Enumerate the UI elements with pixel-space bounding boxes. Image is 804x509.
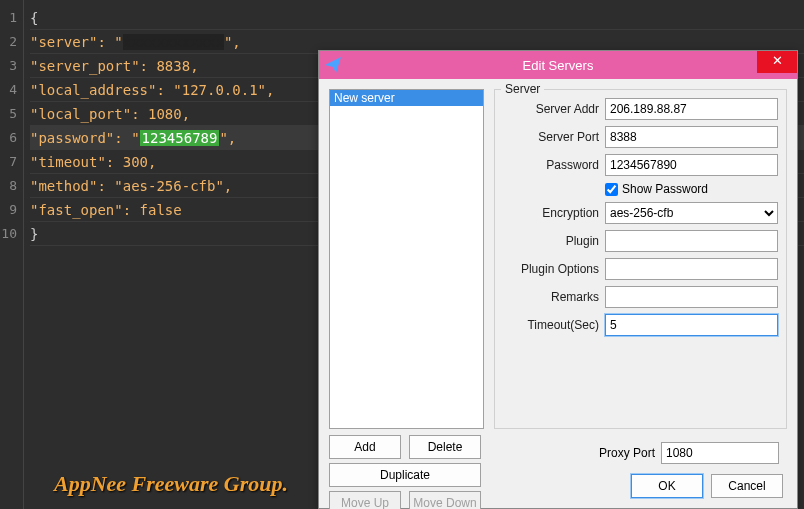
edit-servers-dialog: Edit Servers ✕ New server Server Server …: [318, 50, 798, 509]
code-line: {: [30, 6, 804, 30]
ok-button[interactable]: OK: [631, 474, 703, 498]
delete-button[interactable]: Delete: [409, 435, 481, 459]
duplicate-button[interactable]: Duplicate: [329, 463, 481, 487]
server-group-legend: Server: [501, 82, 544, 96]
cancel-button[interactable]: Cancel: [711, 474, 783, 498]
proxy-port-input[interactable]: [661, 442, 779, 464]
add-button[interactable]: Add: [329, 435, 401, 459]
server-addr-label: Server Addr: [503, 102, 599, 116]
move-up-button[interactable]: Move Up: [329, 491, 401, 509]
timeout-label: Timeout(Sec): [503, 318, 599, 332]
password-label: Password: [503, 158, 599, 172]
show-password-checkbox[interactable]: [605, 183, 618, 196]
server-port-label: Server Port: [503, 130, 599, 144]
encryption-label: Encryption: [503, 206, 599, 220]
proxy-port-label: Proxy Port: [599, 446, 655, 460]
close-icon: ✕: [772, 53, 783, 68]
server-list-item[interactable]: New server: [330, 90, 483, 106]
plugin-input[interactable]: [605, 230, 778, 252]
line-gutter: 1 2 3 4 5 6 7 8 9 10: [0, 0, 24, 509]
close-button[interactable]: ✕: [757, 51, 797, 73]
dialog-titlebar[interactable]: Edit Servers ✕: [319, 51, 797, 79]
move-down-button[interactable]: Move Down: [409, 491, 481, 509]
dialog-title: Edit Servers: [319, 58, 797, 73]
plugin-label: Plugin: [503, 234, 599, 248]
timeout-input[interactable]: [605, 314, 778, 336]
watermark-text: AppNee Freeware Group.: [54, 471, 288, 497]
plugin-options-label: Plugin Options: [503, 262, 599, 276]
server-listbox[interactable]: New server: [329, 89, 484, 429]
plugin-options-input[interactable]: [605, 258, 778, 280]
show-password-label: Show Password: [622, 182, 708, 196]
password-input[interactable]: [605, 154, 778, 176]
remarks-input[interactable]: [605, 286, 778, 308]
server-port-input[interactable]: [605, 126, 778, 148]
proxy-port-row: Proxy Port: [599, 442, 779, 464]
server-group: Server Server Addr Server Port Password …: [494, 89, 787, 429]
encryption-select[interactable]: aes-256-cfb: [605, 202, 778, 224]
server-addr-input[interactable]: [605, 98, 778, 120]
remarks-label: Remarks: [503, 290, 599, 304]
